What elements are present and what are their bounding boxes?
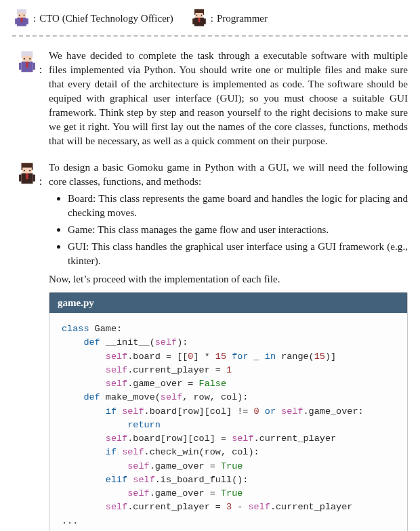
programmer-outro: Now, let’s proceed with the implementati… — [49, 272, 408, 286]
legend-item-programmer: : Programmer — [190, 8, 268, 28]
programmer-role-label: Programmer — [217, 13, 268, 24]
list-item: Game: This class manages the game flow a… — [68, 223, 408, 237]
section-divider — [12, 35, 408, 37]
list-item: Board: This class represents the game bo… — [68, 192, 408, 220]
svg-rect-26 — [24, 170, 25, 171]
code-body: class Game: def __init__(self): self.boa… — [49, 313, 407, 531]
svg-rect-14 — [192, 18, 194, 24]
programmer-intro: To design a basic Gomoku game in Python … — [49, 161, 408, 189]
svg-rect-31 — [33, 174, 35, 181]
legend-colon: : — [211, 13, 213, 24]
bullet-list: Board: This class represents the game bo… — [49, 192, 408, 268]
svg-rect-22 — [19, 63, 21, 70]
svg-rect-10 — [196, 15, 197, 16]
programmer-avatar-icon — [16, 162, 39, 186]
code-card: game.py class Game: def __init__(self): … — [49, 292, 408, 531]
svg-rect-11 — [201, 15, 202, 16]
svg-rect-3 — [24, 15, 24, 16]
programmer-avatar-icon — [190, 8, 209, 28]
svg-rect-13 — [198, 18, 200, 22]
svg-rect-27 — [29, 170, 30, 171]
svg-rect-21 — [26, 62, 28, 67]
svg-rect-15 — [204, 18, 206, 24]
svg-rect-18 — [24, 58, 25, 60]
svg-rect-5 — [21, 18, 23, 22]
svg-rect-30 — [19, 174, 21, 181]
svg-rect-6 — [15, 18, 17, 24]
code-filename: game.py — [49, 293, 407, 314]
cto-paragraph: We have decided to complete the task thr… — [49, 49, 408, 148]
cto-avatar-icon — [12, 8, 31, 28]
svg-rect-19 — [29, 58, 30, 60]
svg-rect-29 — [26, 173, 28, 179]
message-cto: : We have decided to complete the task t… — [12, 49, 408, 151]
svg-rect-23 — [33, 63, 35, 70]
cto-avatar-icon — [16, 50, 39, 75]
role-legend: : CTO (Chief Technology Officer) : Progr… — [12, 8, 408, 28]
svg-rect-7 — [26, 18, 28, 24]
svg-rect-2 — [19, 15, 20, 16]
legend-colon: : — [33, 13, 36, 24]
list-item: GUI: This class handles the graphical us… — [68, 240, 408, 268]
legend-item-cto: : CTO (Chief Technology Officer) — [12, 8, 173, 28]
cto-role-label: CTO (Chief Technology Officer) — [39, 13, 173, 24]
message-programmer: : To design a basic Gomoku game in Pytho… — [12, 161, 408, 531]
